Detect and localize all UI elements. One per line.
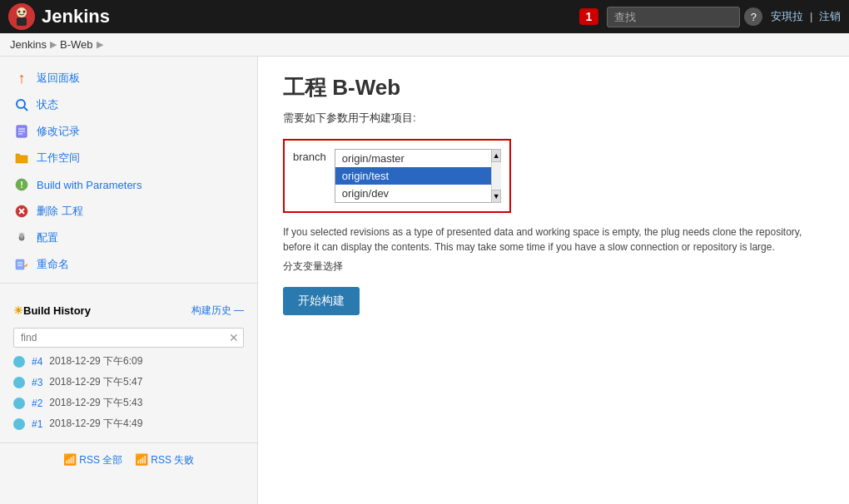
rename-icon	[13, 256, 30, 273]
page-title: 工程 B-Web	[283, 73, 824, 102]
search-bar: ?	[607, 7, 762, 27]
build-params-icon: !	[13, 176, 30, 193]
branch-label: branch	[293, 149, 326, 163]
svg-point-3	[18, 11, 21, 13]
header-user: 安琪拉 | 注销	[771, 9, 841, 24]
branch-option-dev[interactable]: origin/dev	[335, 185, 500, 202]
svg-line-6	[24, 107, 27, 111]
svg-rect-17	[16, 259, 24, 269]
rss-fail-link[interactable]: RSS 失败	[151, 454, 194, 466]
sidebar-item-rename[interactable]: 重命名	[0, 251, 257, 278]
logo-link[interactable]: Jenkins	[8, 3, 110, 30]
param-note: If you selected revisions as a type of p…	[283, 225, 816, 254]
build-history-title: Build History	[23, 304, 91, 317]
build-item: #1 2018-12-29 下午4:49	[0, 413, 257, 434]
main-layout: ↑ 返回面板 状态 修改记录	[0, 57, 849, 504]
breadcrumb-jenkins[interactable]: Jenkins	[10, 38, 47, 51]
param-form: branch origin/master origin/test origin/…	[283, 139, 511, 213]
sidebar-item-status[interactable]: 状态	[0, 91, 257, 118]
svg-rect-2	[17, 17, 27, 26]
sidebar-divider	[0, 283, 257, 284]
find-input-wrap: ✕	[0, 324, 257, 351]
breadcrumb: Jenkins ▶ B-Web ▶	[0, 33, 849, 57]
rss-icon-fail: 📶	[135, 453, 148, 466]
build-history-dash: —	[234, 304, 244, 316]
breadcrumb-sep-1: ▶	[50, 39, 57, 50]
branch-listbox[interactable]: origin/master origin/test origin/dev	[335, 149, 501, 203]
search-input[interactable]	[607, 7, 740, 27]
build-time-4: 2018-12-29 下午6:09	[49, 354, 142, 368]
build-status-dot	[13, 398, 25, 409]
configure-icon	[13, 230, 30, 246]
build-time-1: 2018-12-29 下午4:49	[49, 417, 142, 431]
build-item: #4 2018-12-29 下午6:09	[0, 351, 257, 372]
user-link[interactable]: 安琪拉	[771, 10, 803, 22]
build-history-link-label: 构建历史	[191, 304, 231, 316]
content-area: 工程 B-Web 需要如下参数用于构建项目: branch origin/mas…	[258, 57, 849, 504]
sidebar-label-back: 返回面板	[37, 71, 80, 86]
search-icon	[13, 96, 30, 113]
sidebar-item-workspace[interactable]: 工作空间	[0, 145, 257, 171]
sidebar-label-configure: 配置	[37, 230, 58, 245]
param-tag: 分支变量选择	[283, 259, 824, 274]
build-status-dot	[13, 418, 25, 430]
jenkins-logo-icon	[8, 3, 35, 30]
breadcrumb-bweb[interactable]: B-Web	[60, 38, 93, 51]
help-icon[interactable]: ?	[744, 7, 762, 26]
svg-point-1	[17, 7, 27, 17]
build-item: #3 2018-12-29 下午5:47	[0, 372, 257, 393]
sidebar-label-changelog: 修改记录	[37, 124, 80, 139]
header-separator: |	[810, 10, 812, 22]
build-link-1[interactable]: #1	[32, 418, 42, 430]
svg-point-5	[17, 100, 25, 108]
build-history-section: ☀ Build History 构建历史 — ✕ #4 2018-12-29 下…	[0, 297, 257, 434]
build-link-2[interactable]: #2	[32, 398, 42, 409]
rss-all-link[interactable]: RSS 全部	[79, 454, 122, 466]
build-history-icon: ☀	[13, 304, 23, 317]
jenkins-logo-text: Jenkins	[42, 6, 110, 27]
sidebar-item-delete[interactable]: 删除 工程	[0, 198, 257, 225]
param-row: branch origin/master origin/test origin/…	[293, 149, 501, 203]
build-status-dot	[13, 356, 25, 368]
sidebar-label-delete: 删除 工程	[37, 204, 83, 219]
logout-link[interactable]: 注销	[819, 10, 841, 22]
sidebar-label-status: 状态	[37, 97, 58, 112]
rss-icon-all: 📶	[63, 453, 77, 466]
build-link-4[interactable]: #4	[32, 356, 42, 368]
svg-point-4	[23, 11, 26, 13]
sidebar-item-configure[interactable]: 配置	[0, 225, 257, 251]
header: Jenkins 1 ? 安琪拉 | 注销	[0, 0, 849, 33]
sidebar-item-build-with-params[interactable]: ! Build with Parameters	[0, 171, 257, 198]
build-status-dot	[13, 377, 25, 388]
changelog-icon	[13, 123, 30, 140]
sidebar-item-back[interactable]: ↑ 返回面板	[0, 65, 257, 91]
sidebar-label-rename: 重命名	[37, 257, 69, 272]
branch-option-master[interactable]: origin/master	[335, 150, 500, 167]
scroll-up-icon[interactable]: ▲	[491, 149, 501, 162]
find-clear-icon[interactable]: ✕	[229, 331, 239, 344]
breadcrumb-sep-2: ▶	[97, 39, 103, 50]
build-time-2: 2018-12-29 下午5:43	[49, 396, 142, 410]
scroll-down-icon[interactable]: ▼	[491, 190, 501, 203]
sidebar-footer: 📶 RSS 全部 📶 RSS 失败	[0, 442, 257, 477]
sidebar-label-workspace: 工作空间	[37, 151, 80, 166]
sidebar-item-changelog[interactable]: 修改记录	[0, 118, 257, 145]
branch-scrollbar: ▲ ▼	[491, 149, 501, 203]
notification-badge[interactable]: 1	[579, 8, 599, 25]
build-time-3: 2018-12-29 下午5:47	[49, 375, 142, 389]
page-subtitle: 需要如下参数用于构建项目:	[283, 111, 824, 126]
find-input[interactable]	[13, 328, 244, 348]
sidebar: ↑ 返回面板 状态 修改记录	[0, 57, 258, 504]
folder-icon	[13, 150, 30, 166]
build-history-link[interactable]: 构建历史 —	[191, 304, 244, 318]
branch-option-test[interactable]: origin/test	[335, 167, 500, 185]
build-item: #2 2018-12-29 下午5:43	[0, 393, 257, 413]
arrow-up-icon: ↑	[13, 70, 30, 86]
start-build-button[interactable]: 开始构建	[283, 287, 360, 315]
sidebar-label-build-with-params: Build with Parameters	[37, 179, 142, 191]
delete-icon	[13, 203, 30, 220]
svg-text:!: !	[20, 180, 23, 190]
branch-select-wrap: origin/master origin/test origin/dev ▲ ▼	[335, 149, 501, 203]
build-history-header: ☀ Build History 构建历史 —	[0, 297, 257, 324]
build-link-3[interactable]: #3	[32, 377, 42, 388]
